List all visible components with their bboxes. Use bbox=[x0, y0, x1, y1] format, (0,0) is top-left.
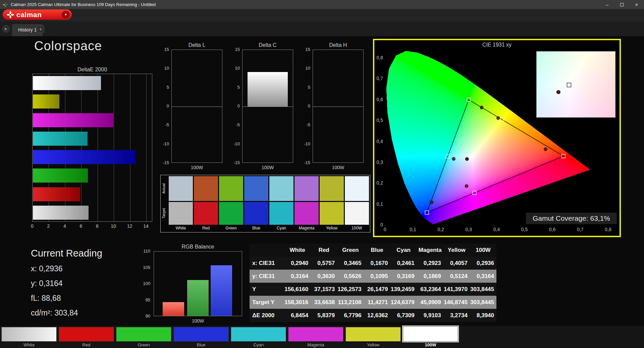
axis-tick-label: 0,6 bbox=[549, 227, 555, 232]
pattern-swatch bbox=[173, 327, 229, 342]
row-label: y: CIE31 bbox=[250, 273, 284, 280]
gridline bbox=[81, 74, 82, 221]
gridline bbox=[114, 74, 114, 221]
table-cell: 0,3164 bbox=[470, 273, 496, 280]
calman-pinwheel-icon bbox=[7, 11, 14, 18]
calman-logo-menu[interactable]: calman ▾ bbox=[3, 9, 72, 20]
table-row: x: CIE310,29400,57570,34650,16700,24610,… bbox=[250, 257, 496, 270]
maximize-button[interactable] bbox=[614, 0, 629, 9]
axis-tick-label: -5 bbox=[236, 122, 240, 127]
swatch-column-red: Red bbox=[194, 176, 218, 231]
swatch-label: Cyan bbox=[269, 226, 293, 231]
cie-yticks: 00,10,20,30,40,50,60,70,8 bbox=[374, 40, 384, 236]
pattern-swatch bbox=[59, 327, 114, 342]
table-row: y: CIE310,31640,36300,56260,10950,31690,… bbox=[250, 270, 496, 283]
target-swatch bbox=[194, 202, 218, 225]
measured-marker-cyan bbox=[452, 157, 455, 160]
actual-swatch bbox=[194, 176, 218, 201]
axis-tick-label: 0,4 bbox=[493, 227, 500, 232]
pattern-button-yellow[interactable]: Yellow bbox=[345, 327, 401, 348]
target-swatch bbox=[269, 202, 293, 225]
reading-cdm2: cd/m²: 303,84 bbox=[31, 308, 102, 323]
pattern-button-blue[interactable]: Blue bbox=[173, 327, 229, 348]
close-button[interactable]: × bbox=[629, 0, 644, 9]
measured-marker-yellow bbox=[497, 117, 500, 120]
actual-swatch bbox=[320, 176, 344, 201]
pattern-button-label: Cyan bbox=[231, 342, 286, 348]
deltae-bar-green bbox=[33, 168, 88, 183]
pattern-button-red[interactable]: Red bbox=[59, 327, 114, 348]
pattern-button-green[interactable]: Green bbox=[116, 327, 171, 348]
page-title: Colorspace bbox=[34, 39, 102, 53]
deltae-bar-blue bbox=[33, 150, 136, 164]
column-header: Red bbox=[311, 247, 337, 254]
axis-tick-label: 0,6 bbox=[377, 97, 383, 102]
pattern-button-white[interactable]: White bbox=[1, 327, 57, 348]
axis-tick-label: 95 bbox=[146, 297, 150, 302]
pattern-swatch bbox=[116, 327, 171, 342]
table-cell: 0,2940 bbox=[284, 260, 311, 267]
pattern-button-label: Red bbox=[59, 342, 114, 348]
pattern-button-100w[interactable]: 100W bbox=[403, 327, 458, 348]
axis-tick-label: 0 bbox=[31, 223, 34, 229]
pattern-swatch bbox=[288, 327, 343, 342]
measured-marker-green bbox=[480, 106, 483, 109]
swatch-column-magenta: Magenta bbox=[294, 176, 319, 231]
deltae-bar-100w bbox=[33, 76, 101, 90]
measured-marker-magenta bbox=[465, 185, 468, 188]
axis-tick-label: 0 bbox=[167, 103, 169, 109]
axis-tick-label: 10 bbox=[111, 223, 116, 229]
reading-fl: fL: 88,68 bbox=[31, 294, 102, 308]
table-cell: 11,4271 bbox=[364, 299, 390, 306]
deltae2000-xticks: 02468101214 bbox=[32, 223, 152, 229]
axis-tick-label: 0,4 bbox=[377, 139, 383, 144]
table-cell: 113,2108 bbox=[337, 299, 364, 306]
deltae-bar-cyan bbox=[33, 132, 88, 146]
measured-marker-red bbox=[544, 148, 547, 151]
axis-tick-label: 14 bbox=[143, 223, 149, 229]
delta-c-bar bbox=[248, 72, 288, 107]
cie-xticks: 00,10,20,30,40,50,60,70,8 bbox=[385, 227, 608, 233]
axis-tick-label: 0,2 bbox=[438, 227, 444, 232]
axis-tick-label: 0,5 bbox=[521, 227, 528, 232]
axis-tick-label: 0 bbox=[380, 222, 383, 227]
cie-inset-overlay bbox=[537, 52, 615, 117]
column-header: Green bbox=[337, 247, 364, 254]
pattern-button-magenta[interactable]: Magenta bbox=[288, 327, 343, 348]
table-cell: 0,1095 bbox=[364, 273, 390, 280]
tab-scroll-button[interactable]: ▶ bbox=[2, 25, 10, 32]
table-cell: 6,7796 bbox=[337, 312, 364, 319]
gridline bbox=[130, 74, 130, 221]
column-header: Cyan bbox=[390, 247, 417, 254]
measured-marker-100w bbox=[466, 157, 469, 160]
pattern-button-label: Green bbox=[116, 342, 171, 348]
deltae2000-title: DeltaE 2000 bbox=[32, 67, 152, 73]
target-swatch bbox=[294, 202, 319, 225]
swatch-column-white: White bbox=[169, 176, 193, 231]
swatch-label: Yellow bbox=[320, 226, 344, 231]
pattern-swatch bbox=[1, 327, 57, 342]
minimize-button[interactable]: – bbox=[600, 0, 614, 9]
axis-tick-label: 8 bbox=[96, 223, 99, 229]
table-cell: 0,3169 bbox=[390, 273, 417, 280]
axis-tick-label: 105 bbox=[143, 265, 150, 270]
swatch-label: 100W bbox=[345, 226, 369, 231]
delta-c-chart: Delta C 151050-5-10-15 100W bbox=[232, 42, 296, 176]
gamut-coverage: Gamut Coverage: 63,1% bbox=[526, 213, 617, 224]
axis-tick-label: 5 bbox=[167, 85, 169, 90]
table-cell: 6,8454 bbox=[284, 312, 311, 319]
add-tab-button[interactable]: + bbox=[37, 25, 44, 33]
pattern-button-cyan[interactable]: Cyan bbox=[231, 327, 286, 348]
table-cell: 26,1479 bbox=[364, 286, 390, 293]
pattern-swatch bbox=[403, 326, 458, 342]
table-cell: 0,5124 bbox=[443, 273, 470, 280]
axis-tick-label: -5 bbox=[306, 122, 310, 127]
axis-tick-label: 0,7 bbox=[377, 76, 383, 81]
rgb-bar-blue bbox=[211, 265, 232, 316]
swatch-label: Red bbox=[194, 226, 218, 231]
table-cell: 0,4057 bbox=[443, 260, 470, 267]
column-header: White bbox=[284, 247, 311, 254]
axis-tick-label: 0,3 bbox=[466, 227, 472, 232]
swatch-column-green: Green bbox=[219, 176, 243, 231]
table-cell: 45,0909 bbox=[417, 299, 443, 306]
